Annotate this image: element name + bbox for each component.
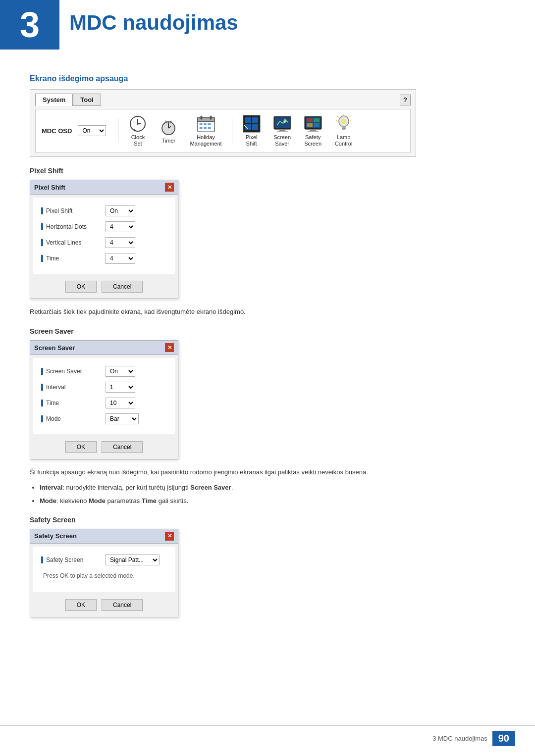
safety-screen-dialog: Safety Screen ✕ Safety Screen Signal Pat… [30,529,178,617]
svg-rect-21 [245,117,251,123]
timer-icon [159,118,178,137]
footer: 3 MDC naudojimas 90 [0,725,535,746]
pixel-shift-select-2[interactable]: 4123 [106,237,135,248]
svg-rect-34 [308,131,319,132]
indicator [41,255,43,262]
pixel-shift-select-1[interactable]: 4123 [106,221,135,232]
screen-saver-dialog: Screen Saver ✕ Screen Saver OnOff Interv… [30,340,178,459]
toolbar-top: System Tool ? [35,94,411,106]
indicator [41,384,43,391]
pixel-shift-ok-btn[interactable]: OK [65,281,97,293]
screen-saver-dialog-title: Screen Saver [34,344,75,352]
safety-screen-cancel-btn[interactable]: Cancel [102,599,143,611]
svg-rect-38 [314,123,320,127]
osd-select[interactable]: On Off [78,125,106,136]
toolbar-btn-clock[interactable]: ClockSet [124,113,151,148]
screen-saver-close-btn[interactable]: ✕ [165,343,174,352]
screen-saver-ok-btn[interactable]: OK [65,441,97,453]
toolbar-body: MDC OSD On Off ClockSet [35,109,411,152]
svg-rect-18 [204,127,207,129]
svg-line-6 [165,121,166,122]
safety-screen-select-0[interactable]: Signal Patt... [106,554,160,565]
pixel-shift-row-2: Vertical Lines 4123 [41,237,167,248]
timer-btn-label: Timer [162,138,176,144]
svg-rect-37 [307,123,313,127]
bullet-mode: Mode: kiekvieno Mode parametras Time gal… [40,496,505,506]
pixel-shift-dialog: Pixel Shift ✕ Pixel Shift OnOff Horizont… [30,180,178,299]
svg-rect-36 [314,118,320,122]
safety-screen-ok-btn[interactable]: OK [65,599,97,611]
toolbar-btn-pixel-shift[interactable]: PixelShift [238,113,265,148]
svg-point-48 [341,119,346,124]
pixel-shift-field-1: Horizontal Dots [46,223,106,230]
svg-rect-13 [210,116,212,120]
screen-saver-footer: OK Cancel [30,437,178,459]
screen-saver-select-3[interactable]: BarPixel [106,413,139,424]
toolbar-divider2 [232,118,232,143]
section-title: Ekrano išdegimo apsauga [30,74,505,83]
pixel-shift-select-0[interactable]: OnOff [106,205,135,216]
help-button[interactable]: ? [400,95,411,105]
safety-screen-title-bar: Safety Screen ✕ [30,529,178,544]
svg-rect-42 [342,129,345,130]
screen-saver-dialog-body: Screen Saver OnOff Interval 123 Time 105… [33,358,175,434]
clock-icon [128,114,147,133]
toolbar-panel: System Tool ? MDC OSD On Off [30,89,416,157]
svg-rect-35 [307,118,313,122]
svg-line-7 [170,121,171,122]
screen-saver-field-1: Interval [46,384,106,391]
svg-line-47 [349,116,350,117]
screen-saver-desc: Ši funkcija apsaugo ekraną nuo išdegimo,… [30,467,505,478]
screen-saver-cancel-btn[interactable]: Cancel [102,441,143,453]
pixel-shift-note: Retkarčiais šiek tiek pajudinkite ekraną… [30,307,505,317]
pixel-shift-close-btn[interactable]: ✕ [165,183,174,192]
toolbar-btn-holiday[interactable]: HolidayManagement [186,113,225,148]
toolbar-btn-timer[interactable]: Timer [155,117,182,145]
screen-saver-field-0: Screen Saver [46,368,106,375]
svg-rect-41 [342,128,346,129]
tab-system[interactable]: System [35,94,73,106]
pixel-shift-dialog-title: Pixel Shift [34,184,65,191]
screen-saver-row-3: Mode BarPixel [41,413,167,424]
bullet-interval: Interval: nurodykite intervalą, per kurį… [40,483,505,493]
svg-rect-22 [252,117,258,123]
svg-point-30 [284,121,286,123]
toolbar-btn-safety-screen[interactable]: SafetyScreen [300,113,326,148]
svg-rect-28 [279,129,285,131]
pixel-shift-icon [242,114,261,133]
safety-screen-section-title: Safety Screen [30,516,505,524]
pixel-shift-section-title: Pixel Shift [30,167,505,175]
clock-btn-label: ClockSet [131,134,145,147]
tab-tool[interactable]: Tool [73,94,101,106]
pixel-shift-field-3: Time [46,255,106,262]
toolbar-divider [118,118,118,143]
holiday-btn-label: HolidayManagement [190,134,221,147]
safety-screen-icon [304,114,322,133]
pixel-shift-row-3: Time 4123 [41,253,167,264]
screen-saver-field-2: Time [46,400,106,406]
pixel-shift-cancel-btn[interactable]: Cancel [102,281,143,293]
pixel-shift-dialog-body: Pixel Shift OnOff Horizontal Dots 4123 V… [33,198,175,274]
indicator [41,556,43,563]
svg-rect-14 [199,123,202,125]
svg-rect-19 [208,127,211,129]
svg-rect-11 [197,118,214,122]
screen-saver-select-0[interactable]: OnOff [106,366,135,377]
safety-screen-close-btn[interactable]: ✕ [165,532,174,541]
toolbar-btn-screen-saver[interactable]: ScreenSaver [269,113,296,148]
toolbar-btn-lamp-control[interactable]: LampControl [330,113,357,148]
svg-rect-16 [208,123,211,125]
bullet-list: Interval: nurodykite intervalą, per kurį… [40,483,505,506]
screen-saver-icon [273,114,292,133]
pixel-shift-footer: OK Cancel [30,277,178,299]
osd-label: MDC OSD [42,127,72,135]
screen-saver-select-2[interactable]: 10515 [106,398,135,408]
holiday-icon [197,114,215,133]
safety-screen-note: Press OK to play a selected mode. [41,572,167,579]
indicator [41,207,43,214]
screen-saver-section-title: Screen Saver [30,327,505,335]
screen-saver-select-1[interactable]: 123 [106,382,135,393]
chapter-number: 3 [20,4,40,45]
pixel-shift-select-3[interactable]: 4123 [106,253,135,264]
footer-text: 3 MDC naudojimas [432,735,487,742]
